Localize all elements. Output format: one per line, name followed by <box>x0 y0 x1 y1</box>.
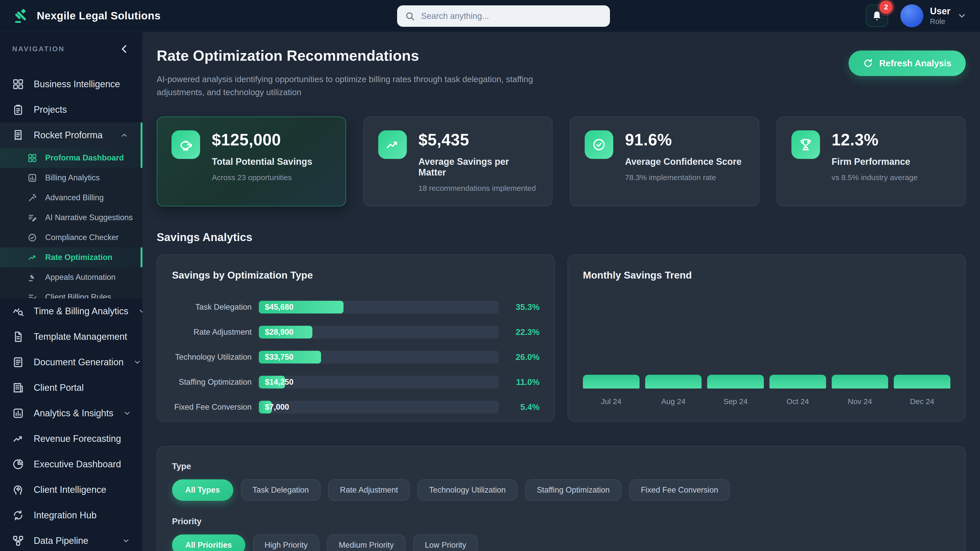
sidebar-item-time-billing-analytics[interactable]: Time & Billing Analytics <box>0 299 142 324</box>
filter-chip-technology-utilization[interactable]: Technology Utilization <box>417 479 517 501</box>
monthly-trend-chart <box>583 286 950 389</box>
sidebar-item-rocket-proforma[interactable]: Rocket Proforma <box>0 122 142 148</box>
bar-row-rate-adjustment: Rate Adjustment$28,90022.3% <box>172 326 539 338</box>
filter-chip-all-priorities[interactable]: All Priorities <box>172 534 245 551</box>
trend-up-icon <box>12 433 24 445</box>
pie-icon <box>12 458 24 470</box>
grid-icon <box>12 78 24 90</box>
user-role: Role <box>930 17 950 26</box>
sidebar-item-data-pipeline[interactable]: Data Pipeline <box>0 528 142 551</box>
sidebar-item-client-intelligence[interactable]: Client Intelligence <box>0 477 142 503</box>
brand: Nexgile Legal Solutions <box>13 8 161 24</box>
trend-bar <box>894 375 950 389</box>
sidebar-subitem-proforma-dashboard[interactable]: Proforma Dashboard <box>0 148 142 168</box>
trend-up-icon <box>385 138 400 152</box>
clipboard-icon <box>12 104 24 116</box>
bar-value-label: $14,250 <box>265 378 293 387</box>
sidebar-item-label: Template Management <box>34 331 130 342</box>
kpi-icon-tile <box>378 130 407 159</box>
bar-percent-label: 5.4% <box>499 402 539 412</box>
gavel-icon <box>27 273 37 282</box>
bar-row-technology-utilization: Technology Utilization$33,75026.0% <box>172 351 539 364</box>
kpi-sub: vs 8.5% industry average <box>832 173 918 182</box>
filters-panel: TypeAll TypesTask DelegationRate Adjustm… <box>157 446 966 551</box>
pipeline-icon <box>12 535 24 547</box>
trend-bar <box>583 375 640 389</box>
bar-category-label: Fixed Fee Conversion <box>172 403 259 412</box>
filter-chip-task-delegation[interactable]: Task Delegation <box>241 479 321 501</box>
sidebar-subitem-client-billing-rules[interactable]: Client Billing Rules <box>0 287 142 299</box>
sidebar-item-document-generation[interactable]: Document Generation <box>0 349 142 375</box>
sidebar-group-rocket-proforma: Rocket ProformaProforma DashboardBilling… <box>0 122 142 299</box>
sidebar-subitem-appeals-automation[interactable]: Appeals Automation <box>0 267 142 287</box>
sidebar-subitem-ai-narrative-suggestions[interactable]: AI Narrative Suggestions <box>0 208 142 227</box>
filter-chip-all-types[interactable]: All Types <box>172 479 233 501</box>
user-menu[interactable]: User Role <box>900 4 967 27</box>
file-icon <box>12 331 24 343</box>
bar-row-staffing-optimization: Staffing Optimization$14,25011.0% <box>172 376 539 389</box>
sidebar-subitem-rate-optimization[interactable]: Rate Optimization <box>0 248 142 267</box>
sidebar-subitem-billing-analytics[interactable]: Billing Analytics <box>0 168 142 188</box>
grid-icon <box>27 153 37 163</box>
bar-track: $45,680 <box>259 301 499 313</box>
notifications-button[interactable]: 2 <box>865 5 888 27</box>
sidebar-item-business-intelligence[interactable]: Business Intelligence <box>0 71 142 97</box>
filter-chip-medium-priority[interactable]: Medium Priority <box>327 534 405 551</box>
bar-category-label: Technology Utilization <box>172 353 259 362</box>
trend-month-label: Dec 24 <box>894 397 950 406</box>
chevron-left-icon <box>119 43 130 55</box>
kpi-card-average-savings-per-matter: $5,435Average Savings per Matter18 recom… <box>363 117 553 206</box>
sidebar-item-analytics-insights[interactable]: Analytics & Insights <box>0 400 142 426</box>
kpi-label: Average Confidence Score <box>625 156 741 167</box>
refresh-analysis-button[interactable]: Refresh Analysis <box>849 51 966 76</box>
notification-badge: 2 <box>880 0 893 14</box>
sidebar-item-label: Executive Dashboard <box>34 459 130 470</box>
sidebar-subitem-advanced-billing[interactable]: Advanced Billing <box>0 188 142 208</box>
trend-col-jul-24 <box>583 375 640 389</box>
bar-category-label: Task Delegation <box>172 303 259 312</box>
refresh-icon <box>863 58 873 68</box>
user-name: User <box>930 6 950 16</box>
sidebar-collapse-button[interactable] <box>119 43 130 55</box>
sidebar-subitem-label: AI Narrative Suggestions <box>45 213 133 222</box>
filter-group-label: Priority <box>172 516 950 526</box>
kpi-value: $5,435 <box>418 130 538 149</box>
wand-icon <box>27 193 37 203</box>
kpi-icon-tile <box>791 130 820 159</box>
sidebar-item-template-management[interactable]: Template Management <box>0 324 142 349</box>
search-input[interactable] <box>421 11 602 21</box>
sidebar-item-executive-dashboard[interactable]: Executive Dashboard <box>0 451 142 477</box>
trend-month-label: Aug 24 <box>645 397 702 406</box>
trend-month-label: Oct 24 <box>770 397 826 406</box>
search-icon <box>405 11 415 21</box>
filter-chip-low-priority[interactable]: Low Priority <box>413 534 478 551</box>
head-gear-icon <box>12 484 24 495</box>
sidebar-subitem-label: Client Billing Rules <box>45 292 111 299</box>
sidebar-item-client-portal[interactable]: Client Portal <box>0 375 142 400</box>
sidebar-subitem-label: Proforma Dashboard <box>45 153 124 162</box>
bar-category-label: Rate Adjustment <box>172 327 259 337</box>
sidebar-subitem-label: Compliance Checker <box>45 233 119 242</box>
chevron-up-icon <box>120 131 128 139</box>
bar-track: $33,750 <box>259 351 499 364</box>
kpi-icon-tile <box>172 130 200 159</box>
filter-chip-staffing-optimization[interactable]: Staffing Optimization <box>525 479 621 501</box>
kpi-icon-tile <box>585 130 613 159</box>
sidebar-subitem-compliance-checker[interactable]: Compliance Checker <box>0 227 142 248</box>
sidebar-item-revenue-forecasting[interactable]: Revenue Forecasting <box>0 426 142 451</box>
bar-value-label: $7,000 <box>265 403 289 412</box>
savings-by-type-card: Savings by Optimization Type Task Delega… <box>157 254 555 422</box>
sidebar-item-projects[interactable]: Projects <box>0 97 142 122</box>
bar-percent-label: 35.3% <box>499 302 539 312</box>
filter-chip-high-priority[interactable]: High Priority <box>253 534 320 551</box>
trend-month-label: Nov 24 <box>832 397 888 406</box>
trend-col-oct-24 <box>770 375 826 389</box>
filter-chip-fixed-fee-conversion[interactable]: Fixed Fee Conversion <box>629 479 730 501</box>
kpi-value: 12.3% <box>832 130 918 149</box>
horizontal-bar-chart: Task Delegation$45,68035.3%Rate Adjustme… <box>172 301 539 413</box>
bell-icon <box>871 10 883 22</box>
sidebar-item-integration-hub[interactable]: Integration Hub <box>0 503 142 528</box>
kpi-sub: 18 recommendations implemented <box>418 184 538 192</box>
trend-month-label: Sep 24 <box>707 397 764 406</box>
filter-chip-rate-adjustment[interactable]: Rate Adjustment <box>328 479 410 501</box>
